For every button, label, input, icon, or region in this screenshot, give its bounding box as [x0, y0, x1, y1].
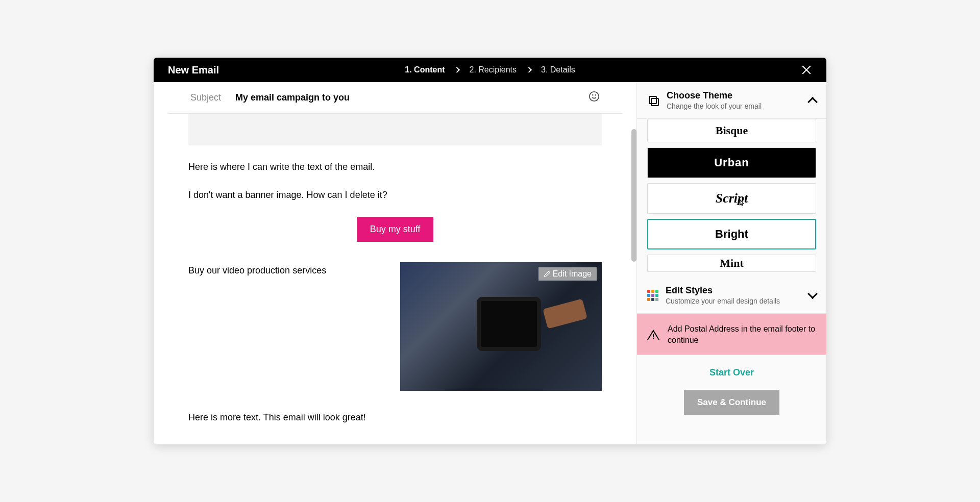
right-sidebar: Choose Theme Change the look of your ema… — [636, 82, 826, 444]
choose-theme-header[interactable]: Choose Theme Change the look of your ema… — [637, 82, 826, 119]
chevron-right-icon — [526, 67, 531, 72]
svg-point-0 — [590, 91, 599, 101]
svg-rect-4 — [651, 98, 658, 106]
theme-option-bisque[interactable]: Bisque — [647, 119, 816, 142]
pencil-icon — [544, 270, 551, 278]
edit-image-label: Edit Image — [553, 269, 592, 279]
chevron-up-icon — [807, 97, 818, 107]
svg-point-1 — [593, 94, 593, 95]
theme-option-mint[interactable]: Mint — [647, 255, 816, 272]
theme-option-script[interactable]: Script — [647, 183, 816, 214]
warning-banner: ! Add Postal Address in the email footer… — [637, 314, 826, 355]
save-continue-button[interactable]: Save & Continue — [684, 390, 779, 415]
warning-text: Add Postal Address in the email footer t… — [668, 323, 816, 345]
content-image[interactable] — [400, 262, 602, 391]
modal-title: New Email — [168, 64, 219, 76]
modal-header: New Email 1. Content 2. Recipients 3. De… — [154, 58, 826, 82]
subject-label: Subject — [190, 92, 221, 103]
edit-styles-subtitle: Customize your email design details — [666, 297, 802, 305]
editor-column: Subject My email campaign to you Here is… — [154, 82, 636, 444]
body-paragraph[interactable]: Here is more text. This email will look … — [188, 411, 602, 424]
email-content-editor[interactable]: Here is where I can write the text of th… — [179, 114, 611, 424]
new-email-modal: New Email 1. Content 2. Recipients 3. De… — [154, 58, 826, 444]
editor-scroll-area[interactable]: Here is where I can write the text of th… — [154, 114, 636, 444]
step-content[interactable]: 1. Content — [405, 65, 445, 74]
edit-image-button[interactable]: Edit Image — [538, 267, 597, 281]
scrollbar-thumb[interactable] — [631, 129, 636, 262]
theme-option-bright[interactable]: Bright — [647, 219, 816, 249]
theme-icon — [647, 94, 659, 107]
subject-input[interactable]: My email campaign to you — [235, 92, 589, 103]
step-breadcrumb: 1. Content 2. Recipients 3. Details — [405, 65, 575, 74]
sidebar-footer: Start Over Save & Continue — [637, 355, 826, 428]
cursor-pointer-icon — [737, 199, 746, 210]
warning-icon: ! — [647, 330, 659, 340]
choose-theme-title: Choose Theme — [667, 90, 802, 101]
subject-row: Subject My email campaign to you — [168, 82, 622, 114]
close-icon[interactable] — [801, 64, 812, 76]
scrollbar[interactable] — [631, 114, 636, 444]
palette-icon — [647, 290, 658, 301]
step-recipients[interactable]: 2. Recipients — [470, 65, 517, 74]
edit-styles-title: Edit Styles — [666, 285, 802, 296]
body-paragraph[interactable]: I don't want a banner image. How can I d… — [188, 189, 602, 202]
emoji-icon[interactable] — [589, 91, 600, 105]
chevron-right-icon — [454, 67, 460, 72]
theme-list: Bisque Urban Script Bright Mint — [637, 119, 826, 277]
modal-body: Subject My email campaign to you Here is… — [154, 82, 826, 444]
theme-option-urban[interactable]: Urban — [647, 147, 816, 178]
svg-point-2 — [595, 94, 596, 95]
column-image[interactable]: Edit Image — [400, 262, 602, 391]
two-column-block: Buy our video production services Edit I… — [188, 262, 602, 391]
choose-theme-subtitle: Change the look of your email — [667, 102, 802, 110]
banner-image-placeholder[interactable] — [188, 114, 602, 145]
body-paragraph[interactable]: Here is where I can write the text of th… — [188, 161, 602, 173]
chevron-down-icon — [807, 289, 818, 299]
column-text[interactable]: Buy our video production services — [188, 262, 390, 276]
svg-rect-3 — [649, 96, 656, 104]
edit-styles-header[interactable]: Edit Styles Customize your email design … — [637, 277, 826, 314]
step-details[interactable]: 3. Details — [541, 65, 575, 74]
cta-button[interactable]: Buy my stuff — [357, 217, 434, 242]
start-over-button[interactable]: Start Over — [647, 367, 816, 378]
